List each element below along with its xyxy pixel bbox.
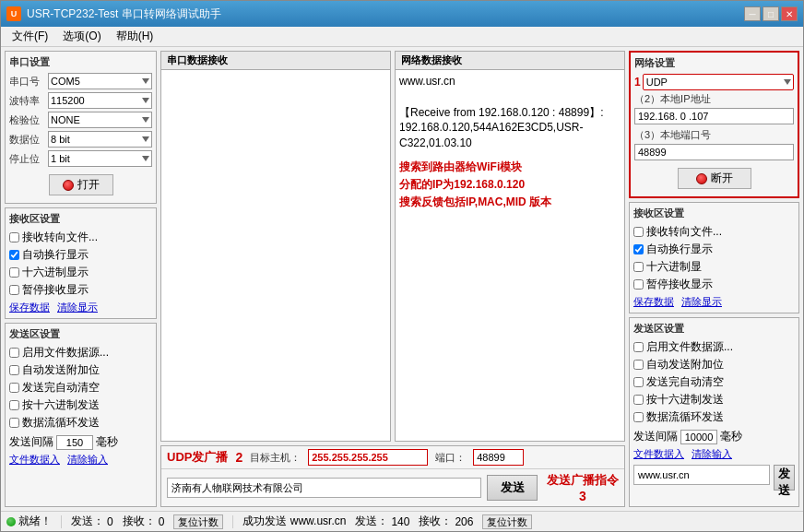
menu-options[interactable]: 选项(O): [55, 27, 108, 46]
middle-panel: 串口数据接收 网络数据接收 www.usr.cn 【Receive from 1…: [160, 51, 625, 507]
port-label: 串口号: [9, 75, 48, 89]
close-button[interactable]: ✕: [781, 6, 798, 21]
left-interval-unit: 毫秒: [96, 434, 118, 450]
left-send-cb1[interactable]: [9, 348, 19, 358]
right-send-cb5-label: 数据流循环发送: [646, 409, 724, 425]
right-send-cb4[interactable]: [633, 395, 644, 405]
left-send-cb2[interactable]: [9, 365, 19, 375]
net-open-button[interactable]: 断开: [678, 168, 751, 189]
menu-file[interactable]: 文件(F): [5, 27, 55, 46]
serial-open-label: 打开: [77, 177, 100, 193]
status-recv-label: 接收：: [123, 514, 156, 529]
left-recv-cb4-row: 暂停接收显示: [9, 282, 152, 298]
left-file-send-link[interactable]: 文件数据入: [9, 453, 60, 467]
stop-label: 停止位: [9, 152, 48, 166]
left-recv-cb4-label: 暂停接收显示: [22, 282, 89, 298]
left-recv-cb1[interactable]: [9, 232, 19, 242]
right-recv-cb4-row: 暂停接收显示: [633, 277, 795, 292]
left-interval-input[interactable]: [56, 435, 93, 450]
status-send-label: 发送：: [71, 514, 104, 529]
baud-select[interactable]: 115200: [48, 92, 152, 109]
middle-send-input[interactable]: [167, 478, 481, 498]
status-send: 发送： 0: [71, 514, 113, 529]
right-send-input[interactable]: [633, 465, 770, 485]
left-recv-cb4[interactable]: [9, 285, 19, 295]
right-interval-input[interactable]: [680, 430, 717, 444]
right-recv-cb3[interactable]: [633, 262, 644, 272]
left-send-cb4[interactable]: [9, 400, 19, 410]
right-send-cb5-row: 数据流循环发送: [633, 409, 795, 425]
right-send-cb2-row: 自动发送附加位: [633, 357, 795, 372]
left-send-cb3[interactable]: [9, 383, 19, 393]
reset-count2-button[interactable]: 复位计数: [482, 514, 532, 529]
protocol-select[interactable]: UDP: [643, 74, 794, 90]
port-row: 串口号 COM5: [9, 73, 152, 89]
right-recv-cb1[interactable]: [633, 227, 644, 237]
serial-recv-title: 串口数据接收: [161, 52, 390, 70]
net-recv-line1: www.usr.cn: [399, 74, 621, 89]
udp-port-input[interactable]: [473, 449, 524, 466]
check-select[interactable]: NONE: [48, 112, 152, 128]
right-send-cb1[interactable]: [633, 342, 644, 352]
right-port-input[interactable]: [634, 144, 794, 160]
net-recv-line2: 【Receive from 192.168.0.120 : 48899】:: [399, 105, 621, 121]
right-recv-cb4[interactable]: [633, 279, 644, 290]
left-clear-input-link[interactable]: 清除输入: [67, 453, 108, 467]
right-recv-cb3-label: 十六进制显: [646, 259, 702, 275]
left-send-cb4-label: 按十六进制发送: [22, 397, 100, 413]
window-controls: ─ □ ✕: [744, 6, 798, 21]
serial-recv-box: 串口数据接收: [160, 51, 391, 442]
middle-send-bottom: UDP发广播 2 目标主机： 端口： 发送 发送广播指令 3: [160, 445, 625, 507]
serial-settings-panel: 串口设置 串口号 COM5 波特率 115200 检验位 NONE: [5, 51, 157, 204]
check-row: 检验位 NONE: [9, 112, 152, 128]
right-send-cb2-label: 自动发送附加位: [646, 357, 724, 372]
right-send-cb3[interactable]: [633, 377, 644, 387]
data-row: 数据位 8 bit: [9, 131, 152, 148]
left-recv-cb3[interactable]: [9, 267, 19, 278]
protocol-num: 1: [634, 76, 641, 89]
net-recv-content: www.usr.cn 【Receive from 192.168.0.120 :…: [396, 70, 624, 441]
net-open-label: 断开: [711, 171, 733, 186]
right-recv-links: 保存数据 清除显示: [633, 295, 795, 309]
right-send-cb5[interactable]: [633, 412, 644, 422]
menu-help[interactable]: 帮助(H): [109, 27, 161, 46]
right-send-cb4-label: 按十六进制发送: [646, 392, 724, 408]
target-host-input[interactable]: [308, 449, 428, 466]
right-send-cb2[interactable]: [633, 360, 644, 370]
left-send-cb3-label: 发送完自动清空: [22, 380, 100, 396]
right-save-data-link[interactable]: 保存数据: [633, 295, 674, 309]
minimize-button[interactable]: ─: [744, 6, 761, 21]
middle-send-button[interactable]: 发送: [487, 475, 538, 501]
right-send-button[interactable]: 发送: [774, 465, 795, 491]
reset-count-button[interactable]: 复位计数: [173, 514, 223, 529]
left-recv-cb1-label: 接收转向文件...: [22, 230, 98, 245]
right-send-cb1-label: 启用文件数据源...: [646, 339, 733, 355]
right-file-send-link[interactable]: 文件数据入: [633, 447, 684, 461]
right-panel: 网络设置 1 UDP （2）本地IP地址 （3）本地端口号: [629, 51, 799, 507]
stop-select[interactable]: 1 bit: [48, 150, 152, 167]
left-send-cb5[interactable]: [9, 418, 19, 428]
port-select[interactable]: COM5: [48, 73, 152, 89]
right-recv-cb2[interactable]: [633, 244, 644, 254]
net-recv-line3: 192.168.0.120,544A162E3CD5,USR-: [399, 120, 621, 136]
status-bar: 就绪！ 发送： 0 接收： 0 复位计数 成功发送 www.usr.cn 发送：…: [1, 511, 803, 531]
maximize-button[interactable]: □: [763, 6, 779, 21]
left-send-cb4-row: 按十六进制发送: [9, 397, 152, 413]
left-clear-display-link[interactable]: 清除显示: [57, 301, 98, 314]
left-save-data-link[interactable]: 保存数据: [9, 301, 50, 314]
data-select[interactable]: 8 bit: [48, 131, 152, 148]
status-recv-count: 0: [159, 515, 165, 528]
left-send-cb3-row: 发送完自动清空: [9, 380, 152, 396]
right-recv-panel: 接收区设置 接收转向文件... 自动换行显示 十六进制显 暂停接收显示: [629, 202, 799, 313]
left-recv-cb1-row: 接收转向文件...: [9, 230, 152, 245]
right-clear-display-link[interactable]: 清除显示: [681, 295, 722, 309]
right-interval-row: 发送间隔 毫秒: [633, 429, 795, 444]
serial-open-button[interactable]: 打开: [49, 174, 113, 195]
left-recv-cb2[interactable]: [9, 250, 19, 260]
port-section: （3）本地端口号: [634, 128, 794, 160]
main-content: 串口设置 串口号 COM5 波特率 115200 检验位 NONE: [1, 47, 803, 511]
right-clear-input-link[interactable]: 清除输入: [692, 447, 732, 461]
right-port-label: （3）本地端口号: [634, 128, 794, 142]
ip-input[interactable]: [634, 108, 794, 124]
right-send-panel: 发送区设置 启用文件数据源... 自动发送附加位 发送完自动清空 按十六进制发送: [629, 317, 799, 507]
